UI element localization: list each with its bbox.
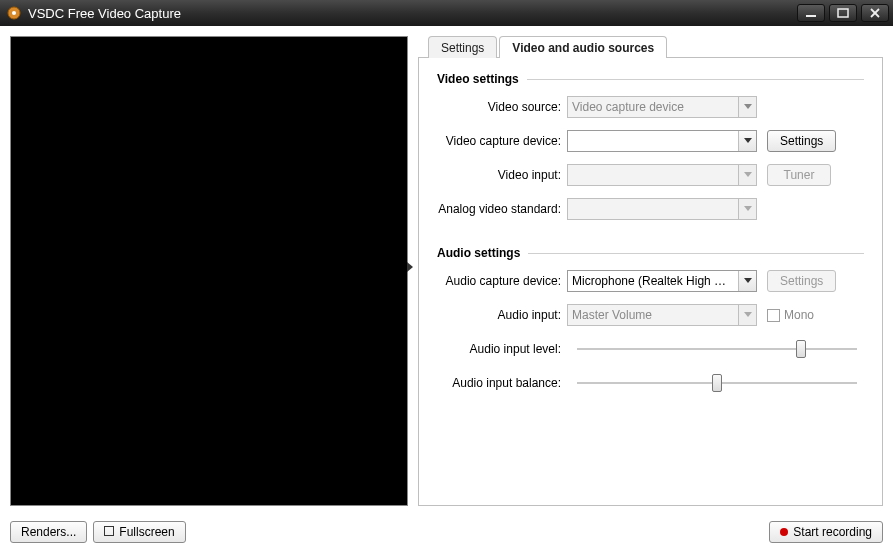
video-capture-device-combo[interactable] [567,130,757,152]
audio-input-level-label: Audio input level: [437,342,567,356]
svg-marker-6 [744,104,752,109]
audio-capture-device-combo[interactable]: Microphone (Realtek High Definition Aud [567,270,757,292]
minimize-button[interactable] [797,4,825,22]
close-button[interactable] [861,4,889,22]
chevron-down-icon [738,305,756,325]
slider-thumb[interactable] [712,374,722,392]
settings-panel: Settings Video and audio sources Video s… [418,36,883,506]
svg-marker-8 [744,172,752,177]
chevron-down-icon[interactable] [738,131,756,151]
video-settings-title: Video settings [437,72,864,86]
record-icon [780,528,788,536]
svg-marker-7 [744,138,752,143]
video-source-value: Video capture device [568,100,738,114]
checkbox-box[interactable] [767,309,780,322]
svg-rect-12 [105,527,114,536]
video-input-label: Video input: [437,168,567,182]
mono-checkbox[interactable]: Mono [767,308,814,322]
play-marker-icon [407,262,413,272]
audio-input-value: Master Volume [568,308,738,322]
chevron-down-icon[interactable] [738,271,756,291]
svg-rect-2 [806,15,816,17]
chevron-down-icon [738,97,756,117]
tab-label: Settings [441,41,484,55]
video-capture-device-label: Video capture device: [437,134,567,148]
tuner-button: Tuner [767,164,831,186]
window-titlebar: VSDC Free Video Capture [0,0,893,26]
chevron-down-icon [738,199,756,219]
app-icon [6,5,22,21]
video-source-label: Video source: [437,100,567,114]
fullscreen-button[interactable]: Fullscreen [93,521,185,543]
svg-marker-10 [744,278,752,283]
svg-marker-11 [744,312,752,317]
video-source-combo: Video capture device [567,96,757,118]
renders-button[interactable]: Renders... [10,521,87,543]
tab-video-audio-sources[interactable]: Video and audio sources [499,36,667,58]
analog-standard-combo [567,198,757,220]
audio-input-label: Audio input: [437,308,567,322]
chevron-down-icon [738,165,756,185]
analog-standard-label: Analog video standard: [437,202,567,216]
audio-input-combo: Master Volume [567,304,757,326]
mono-label: Mono [784,308,814,322]
audio-capture-device-value: Microphone (Realtek High Definition Aud [568,274,738,288]
svg-point-1 [12,11,16,15]
start-recording-button[interactable]: Start recording [769,521,883,543]
tab-settings[interactable]: Settings [428,36,497,58]
video-input-combo [567,164,757,186]
audio-settings-button: Settings [767,270,836,292]
svg-rect-3 [838,9,848,17]
audio-input-balance-slider[interactable] [577,372,857,394]
tab-label: Video and audio sources [512,41,654,55]
svg-marker-9 [744,206,752,211]
audio-input-balance-label: Audio input balance: [437,376,567,390]
video-settings-button[interactable]: Settings [767,130,836,152]
maximize-button[interactable] [829,4,857,22]
audio-input-level-slider[interactable] [577,338,857,360]
video-preview [10,36,408,506]
window-title: VSDC Free Video Capture [28,6,181,21]
slider-thumb[interactable] [796,340,806,358]
fullscreen-icon [104,525,114,539]
audio-settings-title: Audio settings [437,246,864,260]
audio-capture-device-label: Audio capture device: [437,274,567,288]
